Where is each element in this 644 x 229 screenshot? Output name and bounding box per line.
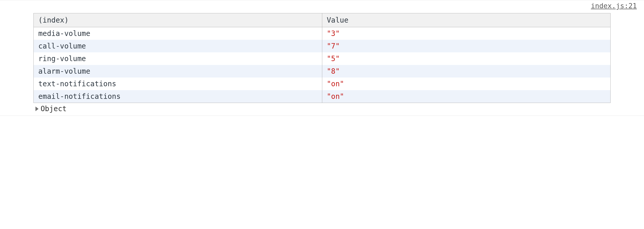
disclosure-triangle-icon	[35, 107, 39, 111]
object-expand-row[interactable]: Object	[35, 104, 611, 113]
column-header-value[interactable]: Value	[322, 13, 611, 27]
table-header-row: (index) Value	[34, 13, 611, 27]
console-table-container: (index) Value media-volume"3"call-volume…	[33, 13, 611, 103]
cell-value: "3"	[322, 27, 611, 40]
column-header-index[interactable]: (index)	[34, 13, 322, 27]
string-value: "5"	[327, 54, 340, 63]
cell-value: "5"	[322, 52, 611, 65]
cell-index: media-volume	[34, 27, 322, 40]
string-value: "7"	[327, 42, 340, 50]
table-row[interactable]: media-volume"3"	[34, 27, 611, 40]
console-log-entry: index.js:21 (index) Value media-volume"3…	[0, 0, 644, 116]
string-value: "on"	[327, 92, 344, 101]
table-row[interactable]: email-notifications"on"	[34, 90, 611, 103]
table-row[interactable]: call-volume"7"	[34, 40, 611, 52]
string-value: "on"	[327, 80, 344, 88]
cell-value: "on"	[322, 90, 611, 103]
console-table: (index) Value media-volume"3"call-volume…	[33, 13, 611, 103]
string-value: "3"	[327, 29, 340, 38]
cell-value: "on"	[322, 78, 611, 90]
cell-index: text-notifications	[34, 78, 322, 90]
object-label: Object	[41, 104, 67, 113]
string-value: "8"	[327, 67, 340, 75]
table-row[interactable]: text-notifications"on"	[34, 78, 611, 90]
table-row[interactable]: ring-volume"5"	[34, 52, 611, 65]
cell-index: call-volume	[34, 40, 322, 52]
cell-value: "7"	[322, 40, 611, 52]
cell-index: ring-volume	[34, 52, 322, 65]
cell-index: email-notifications	[34, 90, 322, 103]
cell-value: "8"	[322, 65, 611, 78]
cell-index: alarm-volume	[34, 65, 322, 78]
source-link[interactable]: index.js:21	[591, 2, 637, 10]
table-row[interactable]: alarm-volume"8"	[34, 65, 611, 78]
